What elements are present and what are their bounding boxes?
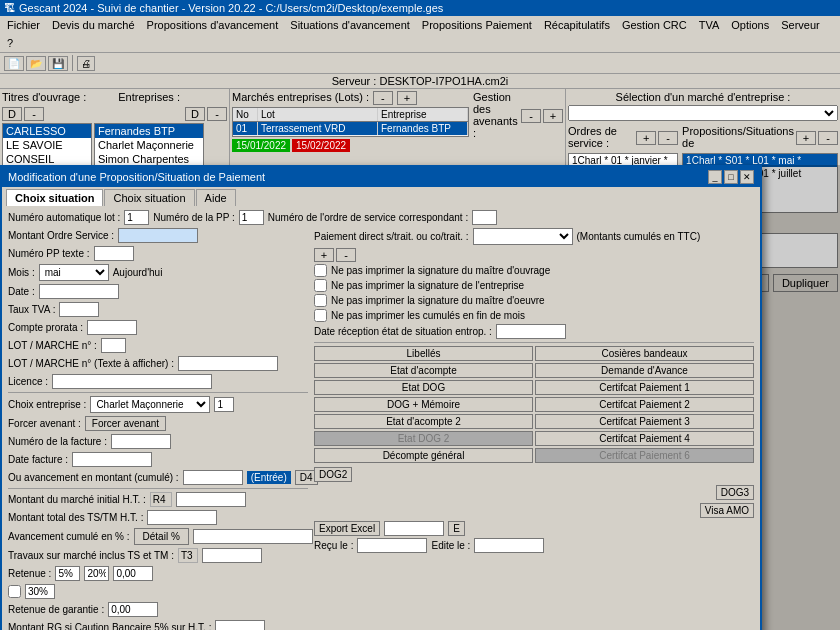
date-input[interactable]: 12-mai-2022 (39, 284, 119, 299)
entreprises-d-btn[interactable]: D (185, 107, 205, 121)
auto-lot-input[interactable] (124, 210, 149, 225)
lot-marche-input[interactable]: 01 (101, 338, 126, 353)
cb-signature-mo[interactable] (314, 264, 327, 277)
toolbar-save[interactable]: 💾 (48, 56, 68, 71)
recu-input[interactable] (357, 538, 427, 553)
os-minus[interactable]: - (658, 131, 678, 145)
grid-row-1[interactable]: 01 Terrassement VRD Fernandes BTP (233, 122, 468, 136)
toolbar-open[interactable]: 📂 (26, 56, 46, 71)
cb-cumules[interactable] (314, 309, 327, 322)
menu-situations[interactable]: Situations d'avancement (285, 17, 415, 33)
menu-gestion-crc[interactable]: Gestion CRC (617, 17, 692, 33)
doc-etat-dog2[interactable]: Etat DOG 2 (314, 431, 533, 446)
menu-recapitulatifs[interactable]: Récapitulatifs (539, 17, 615, 33)
rg-caution-input[interactable]: 510,68 (215, 620, 265, 630)
doc-etat-acompte[interactable]: Etat d'acompte (314, 363, 533, 378)
retenue-pct1[interactable] (55, 566, 80, 581)
tab-choix-situation-2[interactable]: Choix situation (104, 189, 194, 206)
toolbar-new[interactable]: 📄 (4, 56, 24, 71)
doc-certif-3[interactable]: Certifcat Paiement 3 (535, 414, 754, 429)
doc-decompte[interactable]: Décompte général (314, 448, 533, 463)
choix-entreprise-num[interactable] (214, 397, 234, 412)
paiement-select[interactable] (473, 228, 573, 245)
montant-initial-input[interactable]: 120 000,00 (176, 492, 246, 507)
menu-fichier[interactable]: Fichier (2, 17, 45, 33)
toolbar-print[interactable]: 🖨 (77, 56, 95, 71)
lot-marche-texte-input[interactable]: Lotissement St André (178, 356, 278, 371)
doc-certif-1[interactable]: Certifcat Paiement 1 (535, 380, 754, 395)
doc-demande-avance[interactable]: Demande d'Avance (535, 363, 754, 378)
dog2-btn[interactable]: DOG2 (314, 467, 352, 482)
tab-aide[interactable]: Aide (196, 189, 236, 206)
marche-select[interactable] (568, 105, 838, 121)
doc-certif-2[interactable]: Certifcat Paiement 2 (535, 397, 754, 412)
dog3-btn[interactable]: DOG3 (716, 485, 754, 500)
tva-input[interactable]: 19.6 (59, 302, 99, 317)
travaux-input[interactable]: 28000,00 (202, 548, 262, 563)
date-reception-input[interactable]: 21/04/2018 (496, 324, 566, 339)
pp-texte-input[interactable]: 01 (94, 246, 134, 261)
menu-options[interactable]: Options (726, 17, 774, 33)
titres-minus-btn[interactable]: - (24, 107, 44, 121)
titres-item-carlesso[interactable]: CARLESSO (3, 124, 91, 138)
mois-select[interactable]: mai (39, 264, 109, 281)
titres-d-btn[interactable]: D (2, 107, 22, 121)
avenant-plus[interactable]: + (543, 109, 563, 123)
paiement-plus[interactable]: + (314, 248, 334, 262)
menu-propositions-paiement[interactable]: Propositions Paiement (417, 17, 537, 33)
total-ts-input[interactable]: 1 600,00 (147, 510, 217, 525)
doc-dog-memoire[interactable]: DOG + Mémoire (314, 397, 533, 412)
doc-etat-acompte-2[interactable]: Etat d'acompte 2 (314, 414, 533, 429)
edite-input[interactable] (474, 538, 544, 553)
avanc-cumule-input[interactable]: 23,026315789473685 (193, 529, 313, 544)
modal-minimize[interactable]: _ (708, 170, 722, 184)
choix-entreprise-select[interactable]: Charlet Maçonnerie (90, 396, 210, 413)
os-plus[interactable]: + (636, 131, 656, 145)
retenue-pct2[interactable] (84, 566, 109, 581)
export-excel-btn[interactable]: Export Excel (314, 521, 380, 536)
doc-certif-6[interactable]: Certifcat Paiement 6 (535, 448, 754, 463)
visa-amo-btn[interactable]: Visa AMO (700, 503, 754, 518)
marches-minus-btn[interactable]: - (373, 91, 393, 105)
paiement-minus[interactable]: - (336, 248, 356, 262)
doc-certif-4[interactable]: Certifcat Paiement 4 (535, 431, 754, 446)
prop-plus[interactable]: + (796, 131, 816, 145)
avancement-input[interactable] (183, 470, 243, 485)
facture-input[interactable]: aaaaa (111, 434, 171, 449)
garantie-input[interactable] (108, 602, 158, 617)
menu-propositions-avancement[interactable]: Propositions d'avancement (142, 17, 284, 33)
avenant-minus[interactable]: - (521, 109, 541, 123)
retenue-cb1[interactable] (8, 585, 21, 598)
parso-input[interactable]: parso 6666 (384, 521, 444, 536)
prop-minus[interactable]: - (818, 131, 838, 145)
modal-maximize[interactable]: □ (724, 170, 738, 184)
export-e-btn[interactable]: E (448, 521, 465, 536)
company-charlet[interactable]: Charlet Maçonnerie (95, 138, 203, 152)
menu-serveur[interactable]: Serveur (776, 17, 825, 33)
date-facture-input[interactable] (72, 452, 152, 467)
doc-libelles[interactable]: Libellés (314, 346, 533, 361)
forcer-avenant-btn[interactable]: Forcer avenant (85, 416, 166, 431)
retenue-30pct[interactable] (25, 584, 55, 599)
cb-signature-ent[interactable] (314, 279, 327, 292)
menu-help[interactable]: ? (2, 35, 18, 51)
marches-plus-btn[interactable]: + (397, 91, 417, 105)
entreprises-minus-btn[interactable]: - (207, 107, 227, 121)
prorata-input[interactable]: 0,00 % (87, 320, 137, 335)
company-simon[interactable]: Simon Charpentes (95, 152, 203, 166)
doc-cosieres[interactable]: Cosières bandeaux (535, 346, 754, 361)
modal-close[interactable]: ✕ (740, 170, 754, 184)
doc-etat-dog[interactable]: Etat DOG (314, 380, 533, 395)
retenue-pct3[interactable] (113, 566, 153, 581)
titres-item-savoie[interactable]: LE SAVOIE (3, 138, 91, 152)
menu-tva[interactable]: TVA (694, 17, 725, 33)
montant-os-input[interactable]: 140 000,00 (118, 228, 198, 243)
cb-signature-moe[interactable] (314, 294, 327, 307)
pp-input[interactable] (239, 210, 264, 225)
company-fernandes[interactable]: Fernandes BTP (95, 124, 203, 138)
detail-btn[interactable]: Détail % (134, 528, 189, 545)
licence-input[interactable]: Nettoyage du terrain - clôture chantier (52, 374, 212, 389)
tab-choix-situation-1[interactable]: Choix situation (6, 189, 103, 206)
menu-devis[interactable]: Devis du marché (47, 17, 140, 33)
os-numero-input[interactable]: 1 (472, 210, 497, 225)
